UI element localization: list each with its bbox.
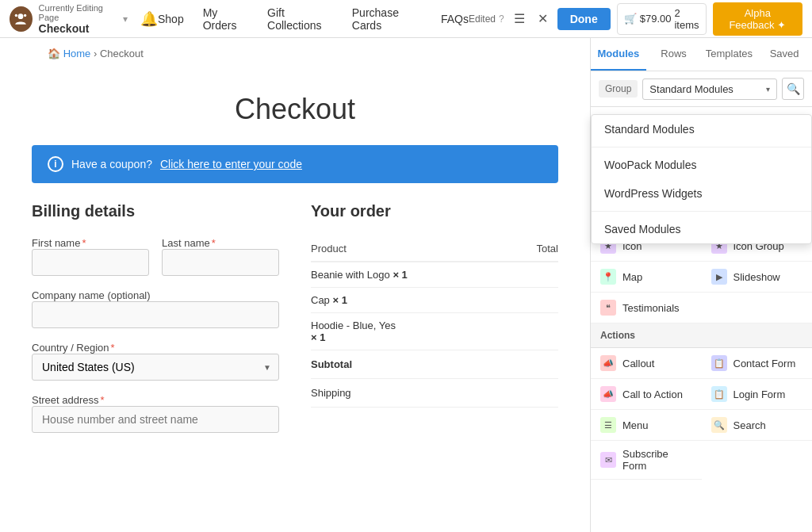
shipping-label: Shipping [311,379,513,408]
module-contact-form[interactable]: 📋 Contact Form [702,348,813,379]
country-field: Country / Region* United States (US) Can… [32,341,279,381]
actions-section-header: Actions [591,323,812,348]
billing-section: Billing details First name* Last name* [32,202,279,446]
first-name-input[interactable] [32,249,149,276]
company-input[interactable] [32,301,279,328]
nav-shop[interactable]: Shop [158,13,184,25]
item-price [513,262,558,288]
company-field: Company name (optional) [32,289,279,328]
street-input[interactable] [32,406,279,433]
search-icon: 🔍 [787,82,800,95]
module-search-label: Search [733,419,766,431]
info-icon: i [48,156,63,172]
country-select[interactable]: United States (US) Canada United Kingdom [32,354,279,381]
name-row: First name* Last name* [32,236,279,289]
coupon-link[interactable]: Click here to enter your code [160,158,302,170]
item-price [513,313,558,350]
breadcrumb: 🏠 Home › Checkout [32,38,558,69]
cart-area: 🛒 $79.00 2 items [617,3,707,35]
chevron-down-icon[interactable]: ▾ [123,13,128,25]
order-title: Your order [311,202,558,220]
module-search-button[interactable]: 🔍 [782,78,804,100]
table-row: Hoodie - Blue, Yes × 1 [311,313,558,350]
dropdown-divider-2 [592,211,811,212]
tab-templates[interactable]: Templates [702,38,757,71]
close-icon-button[interactable]: ✕ [534,8,551,29]
street-label: Street address* [32,394,105,406]
subtotal-row: Subtotal [311,350,558,379]
edited-badge: Edited ? [469,13,504,25]
chevron-down-icon: ▾ [766,85,770,94]
module-map[interactable]: 📍 Map [591,262,702,293]
dropdown-item-standard[interactable]: Standard Modules [592,115,811,144]
breadcrumb-current: Checkout [100,48,144,59]
product-header: Product [311,236,513,262]
editing-info: Currently Editing Page Checkout [39,3,117,35]
dropdown-item-wordpress[interactable]: WordPress Widgets [592,179,811,208]
nav-purchase-cards[interactable]: Purchase Cards [352,6,422,32]
module-search[interactable]: 🔍 Search [702,410,813,441]
last-name-input[interactable] [162,249,279,276]
list-icon-button[interactable]: ☰ [511,8,528,29]
main-layout: 🏠 Home › Checkout Checkout i Have a coup… [0,38,812,532]
module-login-form[interactable]: 📋 Login Form [702,379,813,410]
done-button[interactable]: Done [557,8,611,30]
order-section: Your order Product Total Beanie with Log… [311,202,558,446]
panel-toolbar: Group Standard Modules ▾ 🔍 [591,71,812,107]
item-name: Beanie with Logo × 1 [311,262,513,288]
order-table: Product Total Beanie with Logo × 1 [311,236,558,408]
module-menu-label: Menu [622,419,649,431]
module-map-label: Map [622,271,642,283]
nav-faqs[interactable]: FAQs [441,13,469,25]
module-subscribe-form-label: Subscribe Form [622,448,692,472]
subtotal-value [513,350,558,379]
svg-point-1 [15,13,17,16]
page-content: 🏠 Home › Checkout Checkout i Have a coup… [0,38,590,532]
module-testimonials-label: Testimonials [622,302,680,314]
nav-gift-collections[interactable]: Gift Collections [267,6,333,32]
top-bar: Currently Editing Page Checkout ▾ 🔔 Shop… [0,0,812,38]
cart-icon: 🛒 [624,13,637,25]
breadcrumb-home[interactable]: Home [63,48,91,59]
street-field: Street address* [32,393,279,433]
svg-point-0 [18,13,24,19]
tab-saved[interactable]: Saved [756,38,812,71]
shipping-row: Shipping [311,379,558,408]
table-row: Beanie with Logo × 1 [311,262,558,288]
billing-title: Billing details [32,202,279,220]
group-selected-label: Standard Modules [649,83,733,95]
menu-icon: ☰ [600,417,616,433]
main-nav: Shop My Orders Gift Collections Purchase… [158,6,469,32]
module-menu[interactable]: ☰ Menu [591,410,702,441]
nav-my-orders[interactable]: My Orders [203,6,248,32]
tab-rows[interactable]: Rows [646,38,702,71]
svg-point-2 [24,13,26,16]
home-icon: 🏠 [48,48,60,59]
module-callout[interactable]: 📣 Callout [591,348,702,379]
dropdown-item-woopack[interactable]: WooPack Modules [592,151,811,179]
module-contact-form-label: Contact Form [733,358,796,369]
module-call-to-action-label: Call to Action [622,388,683,400]
module-subscribe-form[interactable]: ✉ Subscribe Form [591,441,702,480]
slideshow-icon: ▶ [711,269,727,285]
group-select-dropdown[interactable]: Standard Modules ▾ [642,78,777,100]
module-call-to-action[interactable]: 📣 Call to Action [591,379,702,410]
company-label: Company name (optional) [32,289,151,301]
module-slideshow[interactable]: ▶ Slideshow [702,262,813,293]
total-header: Total [513,236,558,262]
group-dropdown-menu: Standard Modules WooPack Modules WordPre… [591,114,812,244]
item-name: Cap × 1 [311,288,513,313]
tab-modules[interactable]: Modules [591,38,646,71]
coupon-text: Have a coupon? [71,158,152,170]
bell-icon[interactable]: 🔔 [140,10,158,28]
first-name-label: First name* [32,237,86,249]
subscribe-form-icon: ✉ [600,452,616,468]
first-name-field: First name* [32,236,149,276]
module-testimonials[interactable]: ❝ Testimonials [591,293,812,323]
coupon-banner: i Have a coupon? Click here to enter you… [32,145,558,183]
dropdown-divider [592,147,811,147]
table-row: Cap × 1 [311,288,558,313]
alpha-feedback-button[interactable]: Alpha Feedback ✦ [713,2,802,36]
dropdown-item-saved[interactable]: Saved Modules [592,215,811,243]
subtotal-label: Subtotal [311,350,513,379]
